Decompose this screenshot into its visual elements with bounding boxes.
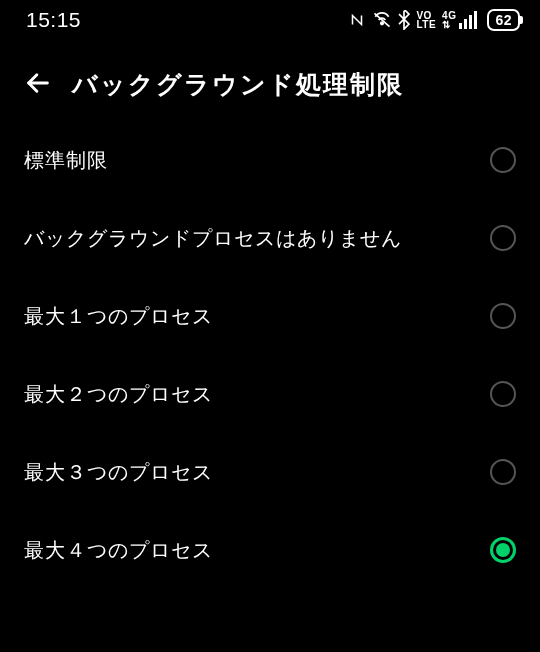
mute-icon: [372, 11, 392, 29]
radio-unselected-icon[interactable]: [490, 459, 516, 485]
svg-point-0: [381, 22, 384, 25]
radio-unselected-icon[interactable]: [490, 303, 516, 329]
option-label: 最大２つのプロセス: [24, 381, 213, 408]
radio-unselected-icon[interactable]: [490, 147, 516, 173]
option-label: 最大１つのプロセス: [24, 303, 213, 330]
option-row[interactable]: 標準制限: [24, 121, 516, 199]
bluetooth-icon: [398, 10, 410, 30]
option-label: バックグラウンドプロセスはありません: [24, 225, 402, 252]
status-bar: 15:15 VOLTE 4G⇅ 62: [0, 0, 540, 34]
status-indicators: VOLTE 4G⇅ 62: [348, 9, 520, 31]
radio-unselected-icon[interactable]: [490, 225, 516, 251]
option-row[interactable]: 最大１つのプロセス: [24, 277, 516, 355]
page-header: バックグラウンド処理制限: [0, 34, 540, 121]
option-row[interactable]: 最大４つのプロセス: [24, 511, 516, 589]
option-label: 最大４つのプロセス: [24, 537, 213, 564]
radio-selected-icon[interactable]: [490, 537, 516, 563]
option-row[interactable]: バックグラウンドプロセスはありません: [24, 199, 516, 277]
signal-icon: 4G⇅: [442, 11, 477, 29]
page-title: バックグラウンド処理制限: [72, 68, 404, 101]
back-icon[interactable]: [24, 69, 52, 101]
option-row[interactable]: 最大２つのプロセス: [24, 355, 516, 433]
volte-icon: VOLTE: [416, 11, 436, 29]
battery-icon: 62: [487, 9, 520, 31]
option-label: 最大３つのプロセス: [24, 459, 213, 486]
battery-level: 62: [495, 12, 512, 28]
option-row[interactable]: 最大３つのプロセス: [24, 433, 516, 511]
status-time: 15:15: [26, 8, 81, 32]
option-label: 標準制限: [24, 147, 108, 174]
nfc-icon: [348, 11, 366, 29]
options-list: 標準制限バックグラウンドプロセスはありません最大１つのプロセス最大２つのプロセス…: [0, 121, 540, 589]
radio-unselected-icon[interactable]: [490, 381, 516, 407]
